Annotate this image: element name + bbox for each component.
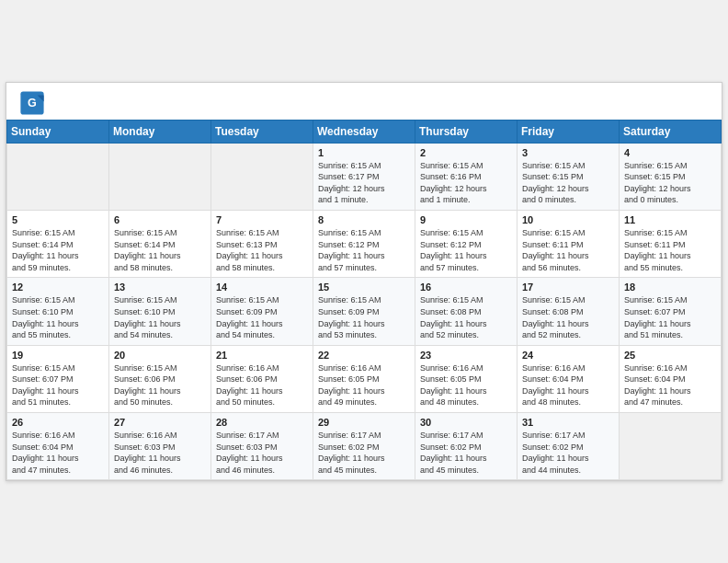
- day-info: Sunrise: 6:16 AM Sunset: 6:04 PM Dayligh…: [12, 430, 104, 476]
- day-info: Sunrise: 6:15 AM Sunset: 6:14 PM Dayligh…: [12, 227, 104, 273]
- weekday-header-saturday: Saturday: [620, 120, 722, 143]
- day-number: 31: [522, 417, 614, 428]
- day-info: Sunrise: 6:15 AM Sunset: 6:13 PM Dayligh…: [216, 227, 308, 273]
- day-number: 22: [318, 350, 410, 361]
- day-info: Sunrise: 6:17 AM Sunset: 6:02 PM Dayligh…: [318, 430, 410, 476]
- day-info: Sunrise: 6:15 AM Sunset: 6:11 PM Dayligh…: [624, 227, 716, 273]
- week-row-3: 19Sunrise: 6:15 AM Sunset: 6:07 PM Dayli…: [7, 345, 722, 412]
- day-info: Sunrise: 6:15 AM Sunset: 6:09 PM Dayligh…: [216, 294, 308, 340]
- day-info: Sunrise: 6:16 AM Sunset: 6:05 PM Dayligh…: [420, 362, 512, 408]
- day-info: Sunrise: 6:15 AM Sunset: 6:06 PM Dayligh…: [114, 362, 206, 408]
- day-info: Sunrise: 6:15 AM Sunset: 6:08 PM Dayligh…: [522, 294, 614, 340]
- calendar-cell: 10Sunrise: 6:15 AM Sunset: 6:11 PM Dayli…: [518, 210, 620, 277]
- day-number: 1: [318, 147, 410, 158]
- weekday-header-wednesday: Wednesday: [313, 120, 415, 143]
- day-number: 19: [12, 350, 104, 361]
- svg-text:G: G: [28, 97, 37, 109]
- calendar-cell: 18Sunrise: 6:15 AM Sunset: 6:07 PM Dayli…: [620, 278, 722, 345]
- day-number: 8: [318, 214, 410, 225]
- day-number: 11: [624, 214, 716, 225]
- calendar-cell: 3Sunrise: 6:15 AM Sunset: 6:15 PM Daylig…: [518, 143, 620, 210]
- day-info: Sunrise: 6:15 AM Sunset: 6:12 PM Dayligh…: [318, 227, 410, 273]
- weekday-header-tuesday: Tuesday: [211, 120, 313, 143]
- weekday-header-friday: Friday: [518, 120, 620, 143]
- day-number: 13: [114, 282, 206, 293]
- day-number: 28: [216, 417, 308, 428]
- calendar-cell: [7, 143, 109, 210]
- calendar-cell: 13Sunrise: 6:15 AM Sunset: 6:10 PM Dayli…: [109, 278, 211, 345]
- day-number: 9: [420, 214, 512, 225]
- day-info: Sunrise: 6:15 AM Sunset: 6:07 PM Dayligh…: [624, 294, 716, 340]
- day-info: Sunrise: 6:15 AM Sunset: 6:08 PM Dayligh…: [420, 294, 512, 340]
- day-info: Sunrise: 6:16 AM Sunset: 6:03 PM Dayligh…: [114, 430, 206, 476]
- calendar-cell: 12Sunrise: 6:15 AM Sunset: 6:10 PM Dayli…: [7, 278, 109, 345]
- day-info: Sunrise: 6:15 AM Sunset: 6:07 PM Dayligh…: [12, 362, 104, 408]
- day-number: 5: [12, 214, 104, 225]
- calendar-table: SundayMondayTuesdayWednesdayThursdayFrid…: [6, 120, 722, 481]
- calendar-cell: 1Sunrise: 6:15 AM Sunset: 6:17 PM Daylig…: [313, 143, 415, 210]
- calendar-cell: 19Sunrise: 6:15 AM Sunset: 6:07 PM Dayli…: [7, 345, 109, 412]
- day-number: 25: [624, 350, 716, 361]
- day-number: 21: [216, 350, 308, 361]
- calendar-cell: 16Sunrise: 6:15 AM Sunset: 6:08 PM Dayli…: [415, 278, 518, 345]
- calendar-cell: 4Sunrise: 6:15 AM Sunset: 6:15 PM Daylig…: [620, 143, 722, 210]
- day-info: Sunrise: 6:15 AM Sunset: 6:10 PM Dayligh…: [12, 294, 104, 340]
- calendar-cell: [211, 143, 313, 210]
- day-info: Sunrise: 6:17 AM Sunset: 6:03 PM Dayligh…: [216, 430, 308, 476]
- calendar-cell: [109, 143, 211, 210]
- day-number: 4: [624, 147, 716, 158]
- day-info: Sunrise: 6:16 AM Sunset: 6:06 PM Dayligh…: [216, 362, 308, 408]
- weekday-header-thursday: Thursday: [415, 120, 518, 143]
- calendar-cell: 28Sunrise: 6:17 AM Sunset: 6:03 PM Dayli…: [211, 413, 313, 480]
- day-number: 12: [12, 282, 104, 293]
- header: G: [6, 83, 722, 120]
- day-number: 23: [420, 350, 512, 361]
- calendar-cell: 29Sunrise: 6:17 AM Sunset: 6:02 PM Dayli…: [313, 413, 415, 480]
- day-info: Sunrise: 6:17 AM Sunset: 6:02 PM Dayligh…: [522, 430, 614, 476]
- day-info: Sunrise: 6:15 AM Sunset: 6:09 PM Dayligh…: [318, 294, 410, 340]
- day-info: Sunrise: 6:15 AM Sunset: 6:15 PM Dayligh…: [522, 160, 614, 206]
- day-number: 6: [114, 214, 206, 225]
- calendar-cell: 15Sunrise: 6:15 AM Sunset: 6:09 PM Dayli…: [313, 278, 415, 345]
- day-number: 30: [420, 417, 512, 428]
- day-info: Sunrise: 6:15 AM Sunset: 6:17 PM Dayligh…: [318, 160, 410, 206]
- calendar-cell: 5Sunrise: 6:15 AM Sunset: 6:14 PM Daylig…: [7, 210, 109, 277]
- calendar-cell: 2Sunrise: 6:15 AM Sunset: 6:16 PM Daylig…: [415, 143, 518, 210]
- day-number: 2: [420, 147, 512, 158]
- calendar-cell: 6Sunrise: 6:15 AM Sunset: 6:14 PM Daylig…: [109, 210, 211, 277]
- day-info: Sunrise: 6:15 AM Sunset: 6:10 PM Dayligh…: [114, 294, 206, 340]
- day-number: 14: [216, 282, 308, 293]
- week-row-0: 1Sunrise: 6:15 AM Sunset: 6:17 PM Daylig…: [7, 143, 722, 210]
- calendar-container: G SundayMondayTuesdayWednesdayThursdayFr…: [6, 82, 722, 482]
- calendar-cell: 31Sunrise: 6:17 AM Sunset: 6:02 PM Dayli…: [518, 413, 620, 480]
- day-info: Sunrise: 6:15 AM Sunset: 6:14 PM Dayligh…: [114, 227, 206, 273]
- day-info: Sunrise: 6:16 AM Sunset: 6:04 PM Dayligh…: [522, 362, 614, 408]
- day-number: 3: [522, 147, 614, 158]
- day-info: Sunrise: 6:16 AM Sunset: 6:04 PM Dayligh…: [624, 362, 716, 408]
- day-number: 24: [522, 350, 614, 361]
- calendar-cell: 20Sunrise: 6:15 AM Sunset: 6:06 PM Dayli…: [109, 345, 211, 412]
- calendar-cell: 7Sunrise: 6:15 AM Sunset: 6:13 PM Daylig…: [211, 210, 313, 277]
- calendar-cell: 30Sunrise: 6:17 AM Sunset: 6:02 PM Dayli…: [415, 413, 518, 480]
- day-number: 27: [114, 417, 206, 428]
- week-row-2: 12Sunrise: 6:15 AM Sunset: 6:10 PM Dayli…: [7, 278, 722, 345]
- day-number: 20: [114, 350, 206, 361]
- day-number: 16: [420, 282, 512, 293]
- weekday-header-sunday: Sunday: [7, 120, 109, 143]
- day-number: 17: [522, 282, 614, 293]
- calendar-cell: 14Sunrise: 6:15 AM Sunset: 6:09 PM Dayli…: [211, 278, 313, 345]
- calendar-cell: 24Sunrise: 6:16 AM Sunset: 6:04 PM Dayli…: [518, 345, 620, 412]
- day-info: Sunrise: 6:15 AM Sunset: 6:12 PM Dayligh…: [420, 227, 512, 273]
- day-info: Sunrise: 6:15 AM Sunset: 6:16 PM Dayligh…: [420, 160, 512, 206]
- calendar-cell: 27Sunrise: 6:16 AM Sunset: 6:03 PM Dayli…: [109, 413, 211, 480]
- day-info: Sunrise: 6:16 AM Sunset: 6:05 PM Dayligh…: [318, 362, 410, 408]
- weekday-header-row: SundayMondayTuesdayWednesdayThursdayFrid…: [7, 120, 722, 143]
- logo: G: [19, 90, 47, 116]
- day-info: Sunrise: 6:15 AM Sunset: 6:15 PM Dayligh…: [624, 160, 716, 206]
- day-number: 7: [216, 214, 308, 225]
- calendar-cell: 21Sunrise: 6:16 AM Sunset: 6:06 PM Dayli…: [211, 345, 313, 412]
- day-number: 18: [624, 282, 716, 293]
- week-row-1: 5Sunrise: 6:15 AM Sunset: 6:14 PM Daylig…: [7, 210, 722, 277]
- day-number: 10: [522, 214, 614, 225]
- week-row-4: 26Sunrise: 6:16 AM Sunset: 6:04 PM Dayli…: [7, 413, 722, 480]
